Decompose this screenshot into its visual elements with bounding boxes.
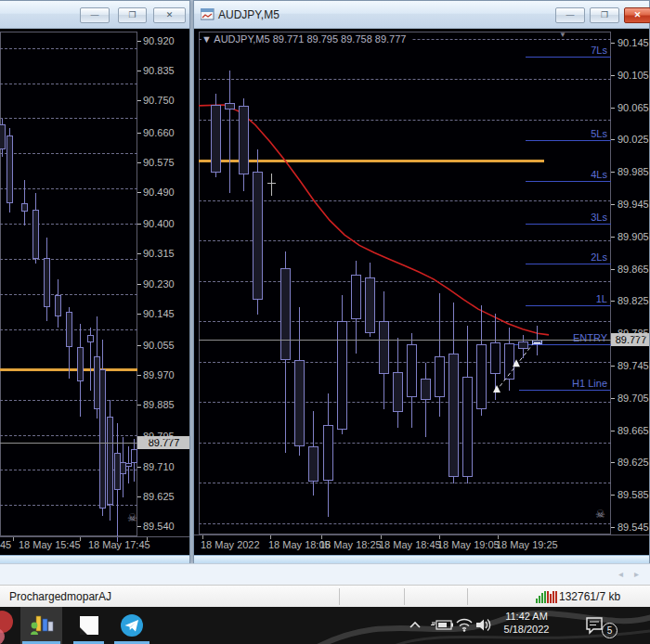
price-axis-label: 89.785	[618, 328, 649, 339]
chart-canvas-left[interactable]: 89.77790.92090.83590.75090.66090.57590.4…	[0, 29, 189, 564]
taskbar-app-telegram[interactable]	[112, 607, 151, 644]
candle-doji	[267, 183, 276, 184]
candle	[393, 372, 403, 412]
candle	[308, 446, 318, 482]
restore-button[interactable]: ❐	[590, 7, 619, 23]
price-axis-label: 89.985	[618, 166, 649, 177]
candle	[337, 321, 347, 430]
chevron-up-icon[interactable]	[409, 620, 422, 629]
price-tick	[137, 100, 141, 101]
scroll-right-icon[interactable]: ▸	[634, 569, 639, 579]
price-tick	[137, 253, 141, 254]
price-axis-label: 89.865	[618, 264, 649, 275]
titlebar-main[interactable]: AUDJPY,M5 — ❐ ✕	[194, 1, 649, 29]
taskbar-app-metatrader[interactable]	[20, 607, 62, 644]
scroll-left-icon[interactable]: ◂	[618, 569, 623, 579]
price-tick	[137, 162, 141, 163]
level-line-5ls[interactable]	[526, 140, 611, 141]
price-axis-label: 89.905	[618, 231, 649, 242]
level-line-7ls[interactable]	[526, 57, 611, 58]
volume-icon[interactable]	[475, 618, 494, 632]
grid-line	[0, 153, 137, 154]
time-axis-label: 18 May 18:45	[379, 539, 441, 550]
candle	[421, 379, 431, 401]
time-axis-label: 18 May 18:25	[319, 539, 382, 550]
time-axis-label: 45	[0, 539, 11, 550]
window-title: AUDJPY,M5	[218, 8, 280, 21]
metatrader-icon	[30, 614, 54, 637]
minimize-button[interactable]: —	[555, 7, 585, 23]
taskbar-app-notes[interactable]	[72, 607, 106, 644]
time-tick	[13, 537, 14, 541]
level-line-entry[interactable]	[514, 344, 611, 345]
level-line-2ls[interactable]	[526, 264, 611, 264]
candle	[239, 106, 249, 174]
price-tick	[137, 496, 141, 497]
price-axis-label: 89.885	[143, 399, 175, 410]
grid-line	[0, 259, 137, 260]
time-axis-label: 18 May 2022	[201, 539, 260, 550]
price-tick	[137, 192, 141, 193]
chart-canvas-main[interactable]: ▼ 7Ls5Ls4Ls3Ls2Ls1LENTRYH1 Line89.77790.…	[194, 29, 649, 564]
notification-badge[interactable]: 5	[602, 623, 618, 638]
price-tick	[611, 527, 615, 528]
grid-line	[0, 294, 137, 295]
grid-line	[199, 120, 611, 121]
statusbar-divider	[467, 588, 468, 605]
price-axis-label: 90.400	[143, 218, 175, 229]
candle	[44, 258, 50, 307]
close-button[interactable]: ✕	[624, 7, 650, 23]
grid-line	[0, 400, 137, 401]
price-tick	[611, 301, 615, 302]
candle	[280, 268, 291, 360]
time-axis-line	[194, 535, 649, 535]
level-line-3ls[interactable]	[526, 224, 611, 225]
orange-level-line[interactable]	[199, 160, 544, 162]
wifi-icon[interactable]	[455, 617, 474, 632]
price-tick	[611, 108, 615, 109]
chart-window-icon	[201, 8, 215, 21]
price-axis-label: 90.490	[143, 187, 175, 198]
restore-button[interactable]: ❐	[118, 7, 147, 23]
level-line-h1-line[interactable]	[519, 390, 611, 391]
close-button[interactable]: ✕	[153, 7, 186, 23]
price-axis-label: 89.625	[143, 491, 175, 502]
minimize-button[interactable]: —	[80, 7, 110, 23]
price-axis-label: 89.705	[618, 393, 649, 404]
candle	[476, 344, 487, 409]
price-tick	[611, 495, 615, 496]
candle	[6, 135, 13, 203]
price-tick	[611, 398, 615, 399]
level-label: 4Ls	[591, 169, 607, 180]
candle	[407, 344, 417, 397]
price-tick	[611, 139, 615, 140]
price-tick	[137, 345, 141, 346]
price-tick	[137, 71, 141, 71]
screen: — ❐ ✕ 89.77790.92090.83590.75090.66090.5…	[0, 0, 650, 644]
candle-wick	[229, 71, 230, 193]
candle	[323, 425, 333, 481]
price-tick	[137, 284, 141, 285]
price-axis-label: 89.795	[143, 431, 175, 442]
price-axis-label: 90.660	[143, 127, 175, 138]
price-axis-label: 90.145	[618, 37, 649, 48]
skull-icon: ☠	[127, 511, 137, 524]
time-axis-label: 18 May 19:05	[437, 539, 500, 550]
price-axis-label: 90.835	[143, 65, 175, 76]
price-tick	[611, 366, 615, 367]
price-tick	[137, 375, 141, 376]
level-line-1l[interactable]	[526, 305, 611, 306]
chart-window-main: AUDJPY,M5 — ❐ ✕ ▼ 7Ls5Ls4Ls3Ls2Ls1LENTRY…	[193, 0, 650, 563]
price-tick	[137, 314, 141, 315]
price-axis-label: 90.750	[143, 95, 175, 106]
tray-clock[interactable]: 11:42 AM 5/18/2022	[494, 610, 559, 636]
price-axis-label: 90.025	[618, 134, 649, 145]
titlebar-left[interactable]: — ❐ ✕	[0, 1, 189, 29]
price-tick	[611, 431, 615, 431]
current-price-line	[199, 340, 611, 341]
level-line-4ls[interactable]	[526, 181, 611, 182]
price-tick	[611, 204, 615, 205]
price-tick	[611, 269, 615, 270]
skull-icon: ☠	[595, 508, 605, 521]
battery-icon[interactable]	[430, 619, 454, 631]
